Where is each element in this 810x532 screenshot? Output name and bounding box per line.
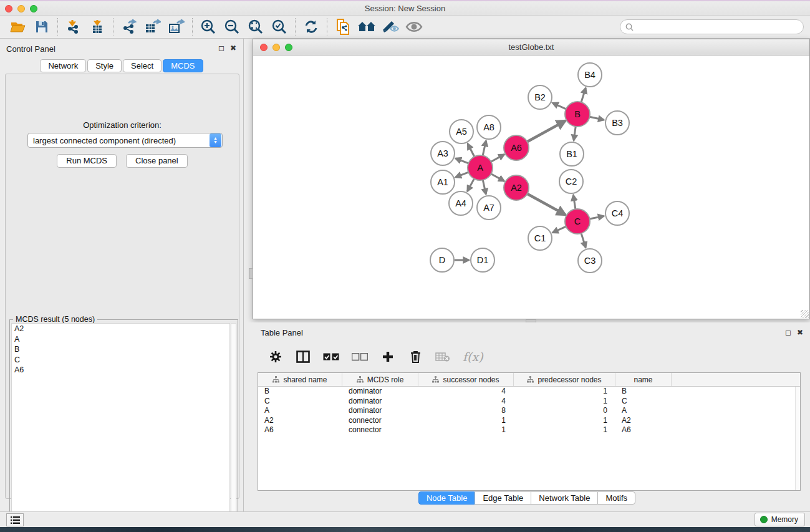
- tab-edge-table[interactable]: Edge Table: [475, 491, 531, 505]
- table-cell[interactable]: dominator: [342, 406, 418, 416]
- tab-select[interactable]: Select: [123, 59, 162, 72]
- column-header-MCDS-role[interactable]: MCDS role: [342, 373, 418, 386]
- graph-edge-C-C4[interactable]: [590, 216, 604, 219]
- table-cell[interactable]: B: [258, 387, 342, 397]
- select-all-button[interactable]: [323, 349, 339, 365]
- settings-gear-button[interactable]: [268, 349, 283, 365]
- delete-table-button[interactable]: [435, 349, 450, 365]
- graph-edge-A-A5[interactable]: [468, 144, 475, 157]
- import-table-button[interactable]: [85, 17, 109, 37]
- close-panel-icon[interactable]: ✖: [230, 44, 236, 52]
- graph-edge-B-B3[interactable]: [590, 117, 604, 120]
- zoom-out-button[interactable]: [220, 17, 244, 37]
- graph-edge-C-C3[interactable]: [581, 233, 586, 248]
- table-cell[interactable]: dominator: [342, 397, 418, 407]
- column-header-name[interactable]: name: [615, 373, 672, 386]
- network-canvas[interactable]: B4B2BB3A8A5A6A3B1AA1C2A2A4A7C4CC1C3DD1: [253, 56, 809, 319]
- open-session-button[interactable]: [6, 17, 30, 37]
- home-button[interactable]: [355, 17, 378, 37]
- graph-edge-A-A2[interactable]: [491, 174, 504, 181]
- table-scrollbar[interactable]: [795, 387, 800, 490]
- tab-network-table[interactable]: Network Table: [531, 491, 598, 505]
- export-table-button[interactable]: [141, 17, 165, 37]
- table-cell[interactable]: 1: [514, 416, 615, 426]
- close-panel-button[interactable]: Close panel: [126, 154, 188, 168]
- table-row[interactable]: A6connector11A6: [258, 425, 800, 435]
- memory-button[interactable]: Memory: [755, 513, 805, 526]
- function-builder-button[interactable]: f(x): [463, 349, 483, 365]
- search-field[interactable]: [620, 19, 804, 34]
- tab-node-table[interactable]: Node Table: [418, 491, 476, 505]
- table-cell[interactable]: connector: [342, 425, 418, 435]
- graph-edge-A-A1[interactable]: [456, 172, 469, 177]
- table-cell[interactable]: A6: [258, 425, 342, 435]
- table-cell[interactable]: A6: [615, 425, 672, 435]
- show-column-button[interactable]: [296, 349, 311, 365]
- table-cell[interactable]: 0: [514, 406, 615, 416]
- graph-edge-A-A3[interactable]: [456, 158, 469, 163]
- table-cell[interactable]: A2: [615, 416, 672, 426]
- graph-edge-C-C1[interactable]: [552, 226, 566, 233]
- table-cell[interactable]: 4: [418, 387, 514, 397]
- show-hide-button[interactable]: [402, 17, 426, 37]
- table-cell[interactable]: 4: [418, 397, 514, 407]
- column-header-predecessor-nodes[interactable]: predecessor nodes: [514, 373, 615, 386]
- zoom-fit-button[interactable]: [244, 17, 268, 37]
- graph-edge-A2-C[interactable]: [528, 194, 566, 215]
- graph-edge-A-A8[interactable]: [483, 141, 486, 156]
- export-image-button[interactable]: [165, 17, 188, 37]
- table-cell[interactable]: 1: [418, 416, 514, 426]
- column-header-successor-nodes[interactable]: successor nodes: [418, 373, 514, 386]
- graph-edge-B-B2[interactable]: [552, 103, 566, 109]
- style-preview-button[interactable]: [378, 17, 402, 37]
- graph-edge-A-A7[interactable]: [483, 180, 486, 195]
- horizontal-splitter-handle[interactable]: [249, 268, 253, 279]
- task-history-button[interactable]: [6, 513, 24, 526]
- optimization-criterion-select[interactable]: largest connected component (directed) ▲…: [27, 133, 223, 148]
- graph-edge-A6-B[interactable]: [528, 121, 566, 142]
- table-cell[interactable]: C: [615, 397, 672, 407]
- graph-edge-A-A6[interactable]: [491, 155, 504, 162]
- save-session-button[interactable]: [30, 17, 54, 37]
- table-cell[interactable]: 1: [514, 387, 615, 397]
- graph-edge-A-A4[interactable]: [468, 179, 475, 191]
- graph-edge-B-B4[interactable]: [581, 88, 586, 102]
- table-cell[interactable]: A: [615, 406, 672, 416]
- table-cell[interactable]: connector: [342, 416, 418, 426]
- zoom-in-button[interactable]: [196, 17, 220, 37]
- table-cell[interactable]: 8: [418, 406, 514, 416]
- float-table-panel-icon[interactable]: ◻: [785, 329, 791, 336]
- add-column-button[interactable]: [380, 349, 395, 365]
- graph-edge-B-B1[interactable]: [574, 127, 576, 140]
- tab-mcds[interactable]: MCDS: [163, 59, 203, 72]
- import-network-button[interactable]: [62, 17, 85, 37]
- mcds-result-scrollbar[interactable]: [231, 323, 236, 531]
- table-row[interactable]: A2connector11A2: [258, 416, 800, 426]
- table-cell[interactable]: C: [258, 397, 342, 407]
- table-row[interactable]: Bdominator41B: [258, 387, 800, 397]
- mcds-result-item[interactable]: A: [12, 334, 229, 345]
- table-cell[interactable]: A: [258, 406, 342, 416]
- tab-style[interactable]: Style: [87, 59, 122, 72]
- table-cell[interactable]: A2: [258, 416, 342, 426]
- duplicate-network-button[interactable]: [331, 17, 355, 37]
- graph-edge-C-C2[interactable]: [573, 195, 576, 210]
- refresh-button[interactable]: [299, 17, 323, 37]
- table-cell[interactable]: dominator: [342, 387, 418, 397]
- export-network-button[interactable]: [117, 17, 141, 37]
- mcds-result-item[interactable]: A6: [12, 365, 229, 375]
- mcds-result-item[interactable]: C: [12, 355, 229, 365]
- table-cell[interactable]: 1: [418, 425, 514, 435]
- table-cell[interactable]: 1: [514, 397, 615, 407]
- float-panel-icon[interactable]: ◻: [218, 44, 224, 52]
- search-input[interactable]: [637, 22, 803, 31]
- mcds-result-item[interactable]: B: [12, 344, 229, 355]
- table-cell[interactable]: B: [615, 387, 672, 397]
- column-header-shared-name[interactable]: shared name: [258, 373, 342, 386]
- delete-column-button[interactable]: [408, 349, 423, 365]
- close-table-panel-icon[interactable]: ✖: [797, 329, 803, 336]
- table-cell[interactable]: 1: [514, 425, 615, 435]
- zoom-selected-button[interactable]: [268, 17, 291, 37]
- table-row[interactable]: Adominator80A: [258, 406, 800, 416]
- deselect-all-button[interactable]: [352, 349, 368, 365]
